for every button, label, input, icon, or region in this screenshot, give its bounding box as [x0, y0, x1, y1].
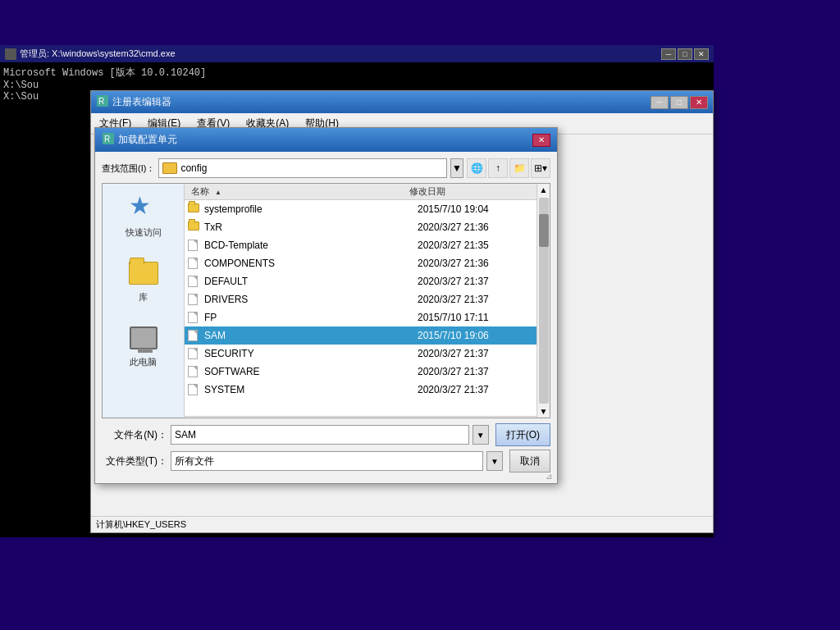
v-scroll-up[interactable]: ▲ — [538, 184, 550, 196]
file-icon — [188, 294, 201, 305]
file-item[interactable]: SECURITY2020/3/27 21:37 — [185, 345, 536, 363]
cmd-minimize[interactable]: ─ — [661, 48, 676, 60]
file-item[interactable]: DEFAULT2020/3/27 21:37 — [185, 272, 536, 290]
toolbar-view-btn[interactable]: ⊞▾ — [531, 158, 550, 178]
filename-dropdown[interactable]: ▼ — [472, 425, 489, 445]
file-date: 2015/7/10 17:11 — [418, 312, 489, 323]
file-name: systemprofile — [204, 203, 418, 215]
location-dropdown[interactable]: ▼ — [450, 158, 463, 178]
file-name: SECURITY — [204, 348, 418, 359]
file-name: BCD-Template — [204, 240, 418, 251]
v-scrollbar-track[interactable] — [539, 198, 549, 404]
folder-icon — [188, 221, 201, 233]
v-scroll-down[interactable]: ▼ — [538, 405, 550, 418]
svg-text:R: R — [98, 97, 104, 106]
file-name: FP — [204, 312, 418, 323]
h-scrollbar[interactable]: ◀ ▶ — [185, 416, 536, 418]
file-date: 2020/3/27 21:35 — [418, 240, 489, 251]
file-name: SYSTEM — [204, 384, 418, 395]
regedit-titlebar: R 注册表编辑器 ─ □ ✕ — [91, 91, 713, 113]
filetype-dropdown[interactable]: ▼ — [486, 451, 503, 471]
filename-input[interactable] — [171, 425, 469, 445]
file-name: DRIVERS — [204, 294, 418, 305]
regedit-icon: R — [96, 94, 109, 110]
toolbar-up-btn[interactable]: ↑ — [488, 158, 508, 178]
location-folder-icon — [162, 162, 177, 174]
file-name: SOFTWARE — [204, 366, 418, 377]
toolbar-icons: 🌐 ↑ 📁 ⊞▾ — [467, 158, 550, 178]
file-name: DEFAULT — [204, 276, 418, 287]
cmd-line2: X:\Sou — [3, 80, 710, 91]
file-item[interactable]: TxR2020/3/27 21:36 — [185, 218, 536, 236]
dialog-titlebar: R 加载配置单元 ✕ — [95, 128, 557, 152]
filetype-label: 文件类型(T)： — [102, 454, 167, 468]
toolbar-new-folder-btn[interactable]: 📁 — [509, 158, 529, 178]
star-icon: ★ — [129, 192, 151, 219]
file-icon — [188, 348, 201, 359]
dialog-title: 加载配置单元 — [118, 133, 177, 147]
filename-row: 文件名(N)： ▼ 打开(O) — [102, 423, 550, 446]
regedit-restore[interactable]: □ — [670, 96, 688, 109]
file-list-container: 名称 ▲ 修改日期 systemprofile2015/7/10 19:04Tx… — [185, 184, 536, 418]
v-scrollbar-thumb[interactable] — [539, 214, 549, 247]
sidebar-label-quickaccess: 快速访问 — [126, 226, 162, 239]
file-icon — [188, 312, 201, 323]
library-icon — [129, 258, 158, 288]
file-item[interactable]: COMPONENTS2020/3/27 21:36 — [185, 254, 536, 272]
file-icon — [188, 330, 201, 341]
file-date: 2015/7/10 19:06 — [418, 330, 489, 341]
svg-text:R: R — [104, 135, 110, 144]
file-item[interactable]: DRIVERS2020/3/27 21:37 — [185, 290, 536, 308]
file-item[interactable]: systemprofile2015/7/10 19:04 — [185, 200, 536, 218]
sidebar-label-library: 库 — [139, 291, 148, 304]
regedit-close[interactable]: ✕ — [690, 96, 708, 109]
col-header-name[interactable]: 名称 ▲ — [188, 185, 409, 198]
file-date: 2020/3/27 21:37 — [418, 366, 489, 377]
resize-handle[interactable]: ⊿ — [546, 472, 555, 482]
dialog-close-button[interactable]: ✕ — [532, 134, 550, 147]
file-list-header: 名称 ▲ 修改日期 — [185, 184, 536, 200]
open-button[interactable]: 打开(O) — [495, 423, 550, 446]
content-area: ★ 快速访问 库 此电脑 — [102, 183, 550, 418]
cmd-icon — [5, 48, 16, 60]
cmd-controls: ─ □ ✕ — [661, 48, 709, 60]
cmd-titlebar: 管理员: X:\windows\system32\cmd.exe ─ □ ✕ — [0, 45, 714, 62]
file-item[interactable]: BCD-Template2020/3/27 21:35 — [185, 236, 536, 254]
file-item[interactable]: SAM2015/7/10 19:06 — [185, 326, 536, 345]
file-list: systemprofile2015/7/10 19:04TxR2020/3/27… — [185, 200, 536, 416]
sidebar-item-computer[interactable]: 此电脑 — [111, 320, 176, 372]
sidebar-item-quickaccess[interactable]: ★ 快速访问 — [111, 190, 176, 242]
location-label: 查找范围(I)： — [102, 162, 155, 175]
file-item[interactable]: FP2015/7/10 17:11 — [185, 308, 536, 326]
file-item[interactable]: SOFTWARE2020/3/27 21:37 — [185, 363, 536, 381]
cmd-restore[interactable]: □ — [678, 48, 692, 60]
file-name: SAM — [204, 330, 418, 341]
file-date: 2020/3/27 21:37 — [418, 384, 489, 395]
location-input-wrapper: config — [158, 158, 447, 178]
file-item[interactable]: SYSTEM2020/3/27 21:37 — [185, 381, 536, 399]
location-bar: 查找范围(I)： config ▼ 🌐 ↑ 📁 ⊞▾ — [102, 158, 550, 178]
sort-arrow: ▲ — [215, 189, 221, 196]
file-date: 2020/3/27 21:37 — [418, 294, 489, 305]
cmd-title: 管理员: X:\windows\system32\cmd.exe — [20, 48, 176, 60]
v-scrollbar[interactable]: ▲ ▼ — [536, 184, 550, 418]
col-header-date[interactable]: 修改日期 — [409, 185, 516, 198]
bottom-section: 文件名(N)： ▼ 打开(O) 文件类型(T)： ▼ 取消 — [102, 423, 550, 476]
cmd-close[interactable]: ✕ — [694, 48, 709, 60]
regedit-minimize[interactable]: ─ — [651, 96, 669, 109]
file-icon — [188, 276, 201, 287]
file-date: 2015/7/10 19:04 — [418, 203, 489, 215]
file-date: 2020/3/27 21:37 — [418, 276, 489, 287]
sidebar-item-library[interactable]: 库 — [111, 255, 176, 307]
file-icon — [188, 258, 201, 269]
file-date: 2020/3/27 21:36 — [418, 221, 489, 233]
file-icon — [188, 240, 201, 251]
file-icon — [188, 366, 201, 377]
cancel-button[interactable]: 取消 — [509, 450, 550, 472]
sidebar-label-computer: 此电脑 — [130, 356, 157, 368]
toolbar-globe-btn[interactable]: 🌐 — [467, 158, 486, 178]
file-date: 2020/3/27 21:37 — [418, 348, 489, 359]
file-date: 2020/3/27 21:36 — [418, 258, 489, 269]
filetype-input[interactable] — [171, 451, 483, 471]
dialog-body: 查找范围(I)： config ▼ 🌐 ↑ 📁 ⊞▾ ★ 快速访 — [95, 152, 557, 482]
